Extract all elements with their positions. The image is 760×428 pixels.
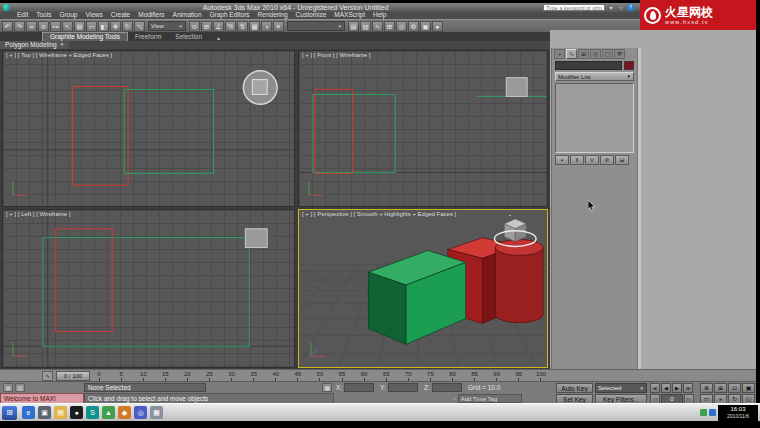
red-box-wireframe[interactable] (315, 90, 353, 174)
green-box-wireframe[interactable] (43, 238, 250, 347)
time-slider-handle[interactable]: 0 / 100 (56, 371, 90, 381)
zoom-extents-all-icon[interactable]: ▣ (742, 383, 755, 393)
schematic-view-icon[interactable]: ⊞ (384, 21, 395, 32)
red-cylinder[interactable] (495, 240, 543, 323)
ribbon-minimize-icon[interactable]: ▴ (217, 34, 220, 41)
play-button[interactable]: ▶ (672, 383, 682, 393)
menu-item[interactable]: Create (107, 11, 135, 19)
menu-item[interactable]: Group (55, 11, 81, 19)
select-and-scale-icon[interactable]: ◹ (134, 21, 145, 32)
hierarchy-tab-icon[interactable]: ⊞ (578, 49, 589, 59)
infocenter-search-input[interactable] (543, 4, 605, 11)
transform-typein-toggle[interactable]: ▦ (322, 383, 332, 392)
auto-key-button[interactable]: Auto Key (556, 383, 593, 393)
ribbon-tab-graphite-modeling-tools[interactable]: Graphite Modeling Tools (42, 32, 128, 41)
ribbon-tab-freeform[interactable]: Freeform (128, 32, 168, 41)
edit-named-selection-icon[interactable]: ▦ (249, 21, 260, 32)
unlink-icon[interactable]: ⊘ (38, 21, 49, 32)
viewport-front[interactable]: [ + ] [ Front ] [ Wireframe ] (298, 50, 548, 207)
zoom-icon[interactable]: ⊕ (700, 383, 713, 393)
brush-widget[interactable] (243, 71, 277, 105)
spinner-snap-icon[interactable]: ⇅ (237, 21, 248, 32)
modifier-stack-list[interactable] (555, 83, 634, 153)
create-tab-icon[interactable]: + (554, 49, 565, 59)
favorites-star-icon[interactable]: ☆ (617, 4, 625, 11)
x-input[interactable] (344, 383, 374, 392)
window-crossing-icon[interactable]: ◧ (98, 21, 109, 32)
zoom-all-icon[interactable]: ⊞ (714, 383, 727, 393)
go-to-end-button[interactable]: ≫ (683, 383, 693, 393)
menu-item[interactable]: Help (369, 11, 390, 19)
app-icon-gray[interactable]: ▦ (150, 406, 163, 419)
select-and-move-icon[interactable]: ✥ (110, 21, 121, 32)
make-unique-button[interactable]: ⋎ (585, 155, 599, 165)
select-object-icon[interactable]: ↖ (62, 21, 73, 32)
viewport-front-label[interactable]: [ + ] [ Front ] [ Wireframe ] (302, 52, 371, 58)
viewport-top-label[interactable]: [ + ] [ Top ] [ Wireframe + Edged Faces … (6, 52, 112, 58)
search-options-icon[interactable]: ▾ (607, 4, 615, 11)
menu-item[interactable]: Views (81, 11, 106, 19)
configure-modifier-sets-button[interactable]: ⊟ (615, 155, 629, 165)
utilities-tab-icon[interactable]: ⚒ (614, 49, 625, 59)
prompt-info-icon[interactable]: ▥ (15, 383, 25, 392)
help-icon[interactable]: ? (627, 4, 634, 11)
motion-tab-icon[interactable]: ◎ (590, 49, 601, 59)
selection-region-icon[interactable]: ▭ (86, 21, 97, 32)
undo-icon[interactable]: ↶ (2, 21, 13, 32)
zoom-extents-icon[interactable]: ⊡ (728, 383, 741, 393)
z-input[interactable] (432, 383, 462, 392)
menu-item[interactable]: Animation (169, 11, 206, 19)
selection-set-dropdown[interactable]: Selected ▼ (595, 383, 647, 393)
gray-cube[interactable] (245, 229, 267, 248)
graphite-ribbon-icon[interactable]: ▨ (360, 21, 371, 32)
menu-item[interactable]: Rendering (254, 11, 292, 19)
previous-frame-button[interactable]: ◀ (661, 383, 671, 393)
app-icon-orange[interactable]: ◆ (118, 406, 131, 419)
y-input[interactable] (388, 383, 418, 392)
tray-icon-blue[interactable] (709, 409, 716, 416)
pin-stack-button[interactable]: ▪ (555, 155, 569, 165)
manage-layers-icon[interactable]: ▤ (348, 21, 359, 32)
browser-icon[interactable]: e (22, 406, 35, 419)
red-box-wireframe[interactable] (56, 229, 113, 332)
curve-editor-icon[interactable]: ∿ (372, 21, 383, 32)
snap-toggle-icon[interactable]: ⊞ (201, 21, 212, 32)
reference-coordinate-dropdown[interactable]: View ▼ (148, 21, 186, 31)
object-name-field[interactable] (555, 61, 622, 70)
align-icon[interactable]: ≡ (273, 21, 284, 32)
use-center-icon[interactable]: ⊙ (189, 21, 200, 32)
viewport-perspective[interactable]: [ + ] [ Perspective ] [ Smooth + Highlig… (298, 209, 548, 368)
viewport-perspective-label[interactable]: [ + ] [ Perspective ] [ Smooth + Highlig… (302, 211, 456, 217)
mini-curve-editor-button[interactable]: ∿ (42, 371, 53, 381)
app-icon-blue[interactable]: ◎ (134, 406, 147, 419)
render-setup-icon[interactable]: ⚙ (408, 21, 419, 32)
show-end-result-button[interactable]: ‖ (570, 155, 584, 165)
select-by-name-icon[interactable]: ▤ (74, 21, 85, 32)
green-box-wireframe[interactable] (124, 90, 213, 174)
material-editor-icon[interactable]: ◎ (396, 21, 407, 32)
remove-modifier-button[interactable]: ⊘ (600, 155, 614, 165)
named-selection-set-dropdown[interactable]: ▼ (287, 21, 345, 31)
ribbon-tab-selection[interactable]: Selection (168, 32, 209, 41)
menu-item[interactable]: Modifiers (134, 11, 168, 19)
green-box-wireframe[interactable] (313, 94, 395, 172)
modify-tab-icon[interactable]: ∿ (566, 49, 577, 59)
folder-icon[interactable]: ▤ (54, 406, 67, 419)
subtab-polygon-modeling[interactable]: Polygon Modeling ▼ (0, 41, 69, 49)
start-button[interactable]: ⊞ (2, 406, 17, 420)
add-time-tag-button[interactable]: Add Time Tag (458, 394, 522, 403)
select-link-icon[interactable]: ∞ (26, 21, 37, 32)
percent-snap-icon[interactable]: % (225, 21, 236, 32)
bind-to-spacewarp-icon[interactable]: ⊶ (50, 21, 61, 32)
red-box-wireframe[interactable] (73, 87, 129, 186)
menu-item[interactable]: Customize (292, 11, 331, 19)
tray-icon-green[interactable] (700, 409, 707, 416)
angle-snap-icon[interactable]: ∠ (213, 21, 224, 32)
gray-cube[interactable] (506, 78, 527, 97)
viewport-left[interactable]: [ + ] [ Left ] [ Wireframe ] (2, 209, 295, 368)
rendered-frame-icon[interactable]: ▣ (420, 21, 431, 32)
redo-icon[interactable]: ↷ (14, 21, 25, 32)
system-icon[interactable]: ▣ (38, 406, 51, 419)
command-panel-scrollbar[interactable] (637, 48, 641, 369)
go-to-start-button[interactable]: ≪ (650, 383, 660, 393)
